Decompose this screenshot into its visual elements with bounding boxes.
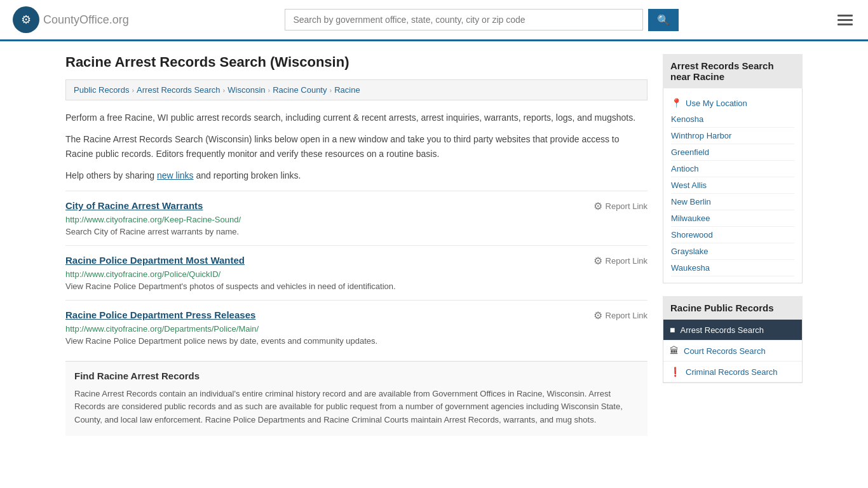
find-section: Find Racine Arrest Records Racine Arrest… (65, 361, 648, 436)
resource-desc-1: View Racine Police Department's photos o… (65, 281, 648, 291)
report-icon-1: ⚙ (593, 255, 602, 267)
breadcrumb: Public Records › Arrest Records Search ›… (65, 79, 648, 100)
search-input[interactable] (285, 9, 643, 30)
report-label-0: Report Link (606, 201, 648, 211)
search-button[interactable]: 🔍 (648, 9, 679, 31)
report-label-1: Report Link (606, 256, 648, 266)
nearby-new-berlin[interactable]: New Berlin (671, 194, 794, 210)
logo-text: CountyOffice.org (43, 13, 129, 27)
nearby-kenosha[interactable]: Kenosha (671, 111, 794, 128)
nearby-antioch[interactable]: Antioch (671, 161, 794, 177)
resource-header-2: Racine Police Department Press Releases … (65, 309, 648, 322)
sidebar-nearby-content: 📍 Use My Location Kenosha Winthrop Harbo… (663, 88, 803, 283)
desc-para3: Help others by sharing new links and rep… (65, 168, 648, 182)
report-link-0[interactable]: ⚙ Report Link (593, 200, 648, 212)
resources-list: City of Racine Arrest Warrants ⚙ Report … (65, 191, 648, 355)
logo-icon: ⚙ (13, 6, 39, 33)
sidebar-public-records-section: Racine Public Records ■ Arrest Records S… (663, 296, 803, 383)
desc-para1: Perform a free Racine, WI public arrest … (65, 111, 648, 125)
resource-title-2[interactable]: Racine Police Department Press Releases (65, 309, 255, 320)
resource-entry-2: Racine Police Department Press Releases … (65, 300, 648, 355)
new-links-link[interactable]: new links (157, 170, 194, 180)
breadcrumb-racine[interactable]: Racine (334, 85, 360, 95)
criminal-records-link[interactable]: Criminal Records Search (686, 367, 778, 377)
use-my-location-item[interactable]: 📍 Use My Location (671, 95, 794, 111)
report-icon-0: ⚙ (593, 200, 602, 212)
resource-header-0: City of Racine Arrest Warrants ⚙ Report … (65, 200, 648, 212)
pub-record-arrest[interactable]: ■ Arrest Records Search (663, 320, 802, 341)
arrest-icon: ■ (670, 325, 675, 335)
breadcrumb-sep-3: › (268, 86, 271, 94)
breadcrumb-racine-county[interactable]: Racine County (273, 85, 327, 95)
site-header: ⚙ CountyOffice.org 🔍 (0, 0, 868, 41)
breadcrumb-wisconsin[interactable]: Wisconsin (227, 85, 265, 95)
nearby-milwaukee[interactable]: Milwaukee (671, 210, 794, 227)
arrest-records-link[interactable]: Arrest Records Search (680, 325, 764, 335)
nearby-greenfield[interactable]: Greenfield (671, 144, 794, 161)
logo-area[interactable]: ⚙ CountyOffice.org (13, 6, 129, 33)
nearby-locations-list: Kenosha Winthrop Harbor Greenfield Antio… (671, 111, 794, 276)
search-icon: 🔍 (657, 15, 670, 25)
report-link-2[interactable]: ⚙ Report Link (593, 309, 648, 322)
breadcrumb-sep-2: › (223, 86, 226, 94)
page-title: Racine Arrest Records Search (Wisconsin) (65, 54, 648, 71)
breadcrumb-sep-4: › (329, 86, 332, 94)
pin-icon: 📍 (671, 98, 682, 108)
resource-url-0[interactable]: http://www.cityofracine.org/Keep-Racine-… (65, 215, 648, 224)
resource-entry-0: City of Racine Arrest Warrants ⚙ Report … (65, 191, 648, 245)
breadcrumb-public-records[interactable]: Public Records (74, 85, 129, 95)
menu-button[interactable] (835, 12, 855, 28)
content-wrapper: Racine Arrest Records Search (Wisconsin)… (53, 41, 815, 449)
sidebar: Arrest Records Search near Racine 📍 Use … (663, 54, 803, 436)
sidebar-nearby-section: Arrest Records Search near Racine 📍 Use … (663, 54, 803, 283)
nearby-west-allis[interactable]: West Allis (671, 177, 794, 194)
logo-ext: .org (109, 13, 129, 26)
logo-name: CountyOffice (43, 13, 109, 26)
breadcrumb-sep-1: › (132, 86, 134, 94)
nearby-grayslake[interactable]: Grayslake (671, 243, 794, 260)
use-my-location-link[interactable]: Use My Location (686, 98, 747, 108)
pub-record-court[interactable]: 🏛 Court Records Search (663, 341, 802, 362)
resource-desc-0: Search City of Racine arrest warrants by… (65, 227, 648, 236)
breadcrumb-arrest-records[interactable]: Arrest Records Search (137, 85, 220, 95)
resource-entry-1: Racine Police Department Most Wanted ⚙ R… (65, 245, 648, 300)
report-label-2: Report Link (606, 311, 648, 320)
resource-url-1[interactable]: http://www.cityofracine.org/Police/Quick… (65, 269, 648, 279)
resource-title-0[interactable]: City of Racine Arrest Warrants (65, 200, 203, 211)
search-bar: 🔍 (285, 9, 679, 31)
desc-para2: The Racine Arrest Records Search (Wiscon… (65, 132, 648, 161)
report-icon-2: ⚙ (593, 309, 602, 322)
public-records-list: ■ Arrest Records Search 🏛 Court Records … (663, 320, 803, 383)
pub-record-criminal[interactable]: ❗ Criminal Records Search (663, 362, 802, 383)
nearby-waukesha[interactable]: Waukesha (671, 260, 794, 276)
report-link-1[interactable]: ⚙ Report Link (593, 255, 648, 267)
resource-url-2[interactable]: http://www.cityofracine.org/Departments/… (65, 324, 648, 334)
resource-desc-2: View Racine Police Department police new… (65, 336, 648, 346)
resource-header-1: Racine Police Department Most Wanted ⚙ R… (65, 255, 648, 267)
resource-title-1[interactable]: Racine Police Department Most Wanted (65, 255, 245, 266)
desc-para3-suffix: and reporting broken links. (194, 170, 301, 180)
find-heading: Find Racine Arrest Records (74, 370, 639, 381)
find-text: Racine Arrest Records contain an individ… (74, 388, 639, 427)
desc-para3-prefix: Help others by sharing (65, 170, 157, 180)
court-icon: 🏛 (670, 346, 679, 356)
criminal-icon: ❗ (670, 367, 681, 377)
nearby-shorewood[interactable]: Shorewood (671, 227, 794, 243)
court-records-link[interactable]: Court Records Search (684, 346, 766, 356)
nearby-winthrop-harbor[interactable]: Winthrop Harbor (671, 128, 794, 144)
sidebar-nearby-heading: Arrest Records Search near Racine (663, 54, 803, 88)
sidebar-public-records-heading: Racine Public Records (663, 296, 803, 320)
main-content: Racine Arrest Records Search (Wisconsin)… (65, 54, 648, 436)
